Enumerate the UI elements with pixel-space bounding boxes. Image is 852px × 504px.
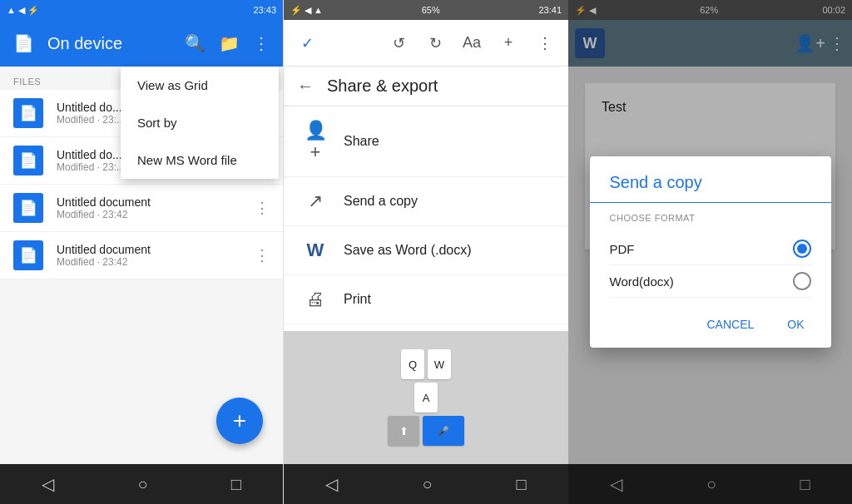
word-icon: W [304,240,327,261]
file-icon: 📄 [13,146,43,175]
status-left-icons: ▲ ◀ ⚡ [7,5,39,16]
key-shift[interactable]: ⬆ [388,416,419,446]
keyboard-area: Q W A ⬆ 🎤 [284,331,568,464]
send-copy-label: Send a copy [344,194,418,209]
file-item[interactable]: 📄 Untitled document Modified · 23:42 ⋮ [0,185,283,232]
add-button[interactable]: + [492,27,525,60]
file-more-icon[interactable]: ⋮ [255,246,270,264]
search-icon[interactable]: 🔍 [185,33,206,53]
status-bar-2: ⚡ ◀ ▲ 65% 23:41 [284,0,568,20]
status-time-2: 23:41 [538,5,562,15]
word-docx-label: Word(docx) [610,274,674,289]
share-menu-item-send-copy[interactable]: ↗ Send a copy [284,177,568,226]
share-label: Share [344,134,379,149]
key-a[interactable]: A [414,383,438,413]
key-q[interactable]: Q [401,349,424,379]
keyboard-row-3: ⬆ 🎤 [388,416,464,446]
bottom-nav-2: ◁ ○ □ [284,464,568,504]
dropdown-menu: View as Grid Sort by New MS Word file [121,67,279,179]
dialog-title: Send a copy [590,156,831,203]
share-menu-item-save-word[interactable]: W Save as Word (.docx) [284,226,568,275]
file-name: Untitled document [57,195,241,209]
panel1: ▲ ◀ ⚡ 23:43 📄 On device 🔍 📁 ⋮ FILES 📄 Un… [0,0,283,504]
check-button[interactable]: ✓ [290,27,324,60]
toolbar-2: ✓ ↺ ↻ Aa + ⋮ [284,20,568,67]
panel3: ⚡ ◀ 62% 00:02 W 👤+ ⋮ Test Send a copy CH… [568,0,852,504]
dropdown-item-view-grid[interactable]: View as Grid [121,67,279,104]
dialog-actions: Cancel OK [590,304,831,348]
back-button[interactable]: ← [297,77,314,96]
share-export-title: Share & export [327,77,438,96]
nav-recents-icon-2[interactable]: □ [516,475,526,494]
file-icon: 📄 [13,240,43,270]
fab-add-button[interactable]: + [216,398,263,444]
app-title-1: On device [47,34,171,53]
status-left-2: ⚡ ◀ ▲ [290,5,323,16]
format-button[interactable]: Aa [455,27,488,60]
choose-format-label: CHOOSE FORMAT [610,213,811,223]
share-menu-item-print[interactable]: 🖨 Print [284,275,568,324]
file-modified: Modified · 23:42 [57,209,241,220]
dropdown-item-sort-by[interactable]: Sort by [121,104,279,141]
file-info: Untitled document Modified · 23:42 [57,243,241,268]
dropdown-item-new-word[interactable]: New MS Word file [121,141,279,179]
nav-home-icon-2[interactable]: ○ [422,475,432,494]
share-export-header: ← Share & export [284,67,568,106]
share-menu-item-share[interactable]: 👤+ Share [284,106,568,177]
redo-button[interactable]: ↻ [419,27,452,60]
cancel-button[interactable]: Cancel [693,311,767,338]
print-icon: 🖨 [304,289,327,310]
pdf-radio-button[interactable] [793,240,811,258]
print-label: Print [344,292,371,307]
status-time-1: 23:43 [253,5,276,15]
dialog-overlay: Send a copy CHOOSE FORMAT PDF Word(docx)… [568,0,852,504]
app-bar-actions: 🔍 📁 ⋮ [185,33,270,53]
app-bar-1: 📄 On device 🔍 📁 ⋮ [0,20,283,67]
file-item[interactable]: 📄 Untitled document Modified · 23:42 ⋮ [0,232,283,279]
key-w[interactable]: W [428,349,451,379]
file-icon: 📄 [13,98,43,128]
file-info: Untitled document Modified · 23:42 [57,195,241,220]
ok-button[interactable]: OK [774,311,817,338]
keyboard-row-1: Q W [401,349,451,379]
pdf-label: PDF [610,242,635,256]
send-copy-icon: ↗ [304,190,327,212]
file-more-icon[interactable]: ⋮ [255,199,270,217]
undo-button[interactable]: ↺ [382,27,415,60]
nav-home-icon[interactable]: ○ [137,475,147,494]
file-icon: 📄 [13,193,43,223]
file-name: Untitled document [57,243,241,256]
share-person-icon: 👤+ [304,120,327,163]
key-mic[interactable]: 🎤 [423,416,464,446]
dialog-body: CHOOSE FORMAT PDF Word(docx) [590,203,831,304]
keyboard-row-2: A [414,383,438,413]
more-icon-1[interactable]: ⋮ [253,33,270,53]
app-icon: 📄 [13,33,34,53]
save-word-label: Save as Word (.docx) [344,243,472,258]
folder-icon[interactable]: 📁 [219,33,240,53]
status-signal-2: 65% [422,5,440,15]
send-copy-dialog: Send a copy CHOOSE FORMAT PDF Word(docx)… [590,156,831,348]
nav-recents-icon[interactable]: □ [231,475,241,494]
panel2: ⚡ ◀ ▲ 65% 23:41 ✓ ↺ ↻ Aa + ⋮ ← Share & e… [283,0,568,504]
file-modified: Modified · 23:42 [57,256,241,268]
status-bar-1: ▲ ◀ ⚡ 23:43 [0,0,283,20]
more-button-2[interactable]: ⋮ [528,27,562,60]
bottom-nav-1: ◁ ○ □ [0,464,283,504]
nav-back-icon-2[interactable]: ◁ [325,474,338,494]
radio-row-pdf[interactable]: PDF [610,233,811,265]
nav-back-icon[interactable]: ◁ [42,474,54,494]
word-radio-button[interactable] [793,272,811,290]
radio-row-word[interactable]: Word(docx) [610,265,811,298]
